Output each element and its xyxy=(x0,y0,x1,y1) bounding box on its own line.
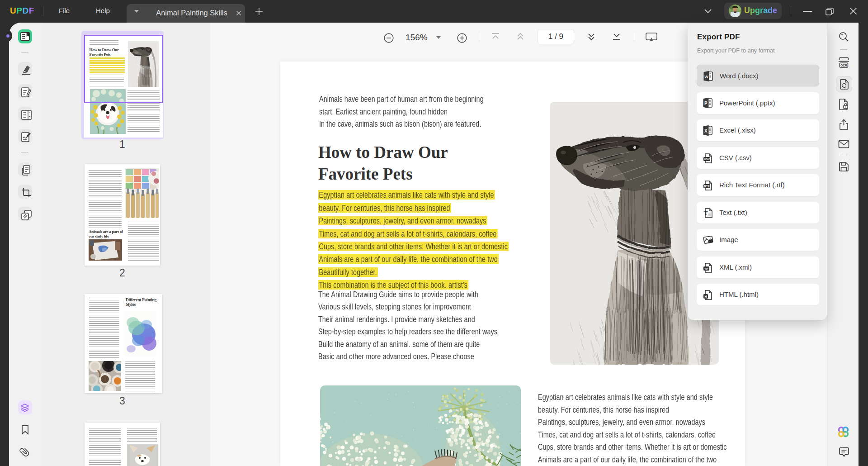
svg-text:T: T xyxy=(704,209,708,216)
svg-text:W: W xyxy=(704,74,708,79)
svg-text:H: H xyxy=(704,295,707,298)
svg-text:</>: </> xyxy=(704,267,708,270)
svg-text:X: X xyxy=(704,128,708,133)
svg-text:CSV: CSV xyxy=(704,157,710,161)
svg-text:OCR: OCR xyxy=(840,63,847,67)
svg-text:RTF: RTF xyxy=(704,185,710,188)
svg-text:P: P xyxy=(704,101,708,106)
